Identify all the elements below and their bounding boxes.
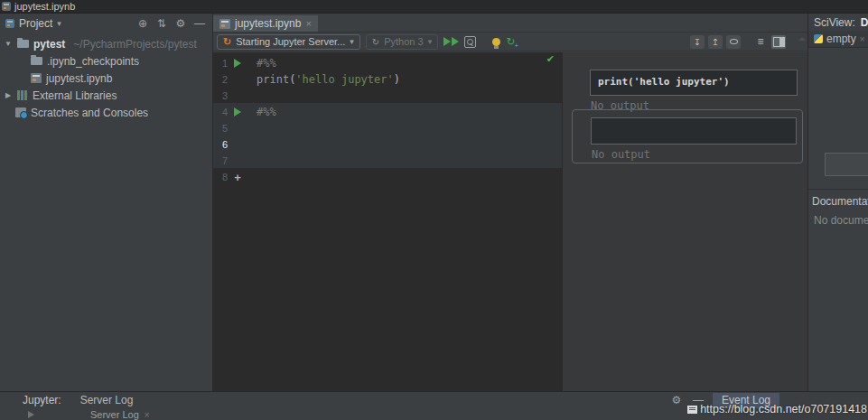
- managed-server-icon[interactable]: ↻: [506, 35, 515, 48]
- root-folder-path: ~/PycharmProjects/pytest: [73, 38, 196, 51]
- preview-cell2-selected[interactable]: No output: [572, 109, 803, 163]
- editor-tab-bar: jupytest.ipynb ×: [213, 14, 807, 33]
- documentation-empty-text: No documentation: [814, 214, 868, 227]
- notebook-preview-pane: print('hello jupyter') No output No outp…: [562, 52, 807, 391]
- show-editor-only-icon[interactable]: ≡: [753, 35, 768, 48]
- server-status-label: Starting Jupyter Server...: [236, 36, 345, 47]
- library-icon: [17, 90, 28, 100]
- close-icon[interactable]: ×: [860, 34, 865, 44]
- server-status-dropdown[interactable]: ↻ Starting Jupyter Server... ▾: [217, 34, 360, 50]
- code-line[interactable]: 3: [213, 88, 562, 104]
- jupyter-tool-label: Jupyter:: [23, 394, 61, 406]
- notebook-file-icon: [2, 2, 11, 11]
- watermark-icon: [687, 406, 697, 414]
- kernel-dropdown[interactable]: ↻ Python 3 ▾: [366, 34, 438, 50]
- collapsed-arrow-icon[interactable]: ▶: [4, 91, 13, 99]
- close-icon[interactable]: ×: [145, 410, 150, 420]
- project-tree: ▼ pytest ~/PycharmProjects/pytest .ipynb…: [0, 33, 212, 121]
- lightbulb-icon[interactable]: [492, 38, 500, 46]
- jupyter-header-tab[interactable]: Server Log: [80, 394, 134, 406]
- sciview-tab-bar: empty ×: [808, 31, 868, 48]
- line-number: 8: [213, 172, 228, 182]
- documentation-header: Documentation: [812, 195, 868, 208]
- code-line[interactable]: 7: [213, 153, 562, 169]
- hide-panel-icon[interactable]: —: [192, 17, 207, 30]
- tree-item-scratches[interactable]: Scratches and Consoles: [0, 104, 212, 121]
- code-line[interactable]: 4 #%%: [213, 104, 562, 120]
- python-icon: [814, 34, 823, 43]
- sciview-title: SciView:: [814, 16, 855, 29]
- run-cell-icon[interactable]: [234, 107, 241, 117]
- preview-cell2-code[interactable]: [591, 117, 797, 145]
- print-token: print: [257, 73, 289, 86]
- restart-kernel-icon[interactable]: [464, 36, 476, 48]
- line-number: 3: [213, 90, 228, 101]
- sciview-clipped-button[interactable]: [825, 153, 868, 176]
- line-number: 6: [213, 139, 228, 150]
- editor-area: jupytest.ipynb × ↻ Starting Jupyter Serv…: [213, 14, 807, 391]
- run-all-cells-icon[interactable]: [443, 37, 459, 46]
- string-token: 'hello jupyter': [295, 73, 393, 86]
- code-line[interactable]: 1 #%%: [213, 55, 562, 71]
- tree-item-label: .ipynb_checkpoints: [47, 55, 139, 68]
- tree-item-label: Scratches and Consoles: [31, 107, 148, 119]
- locate-file-icon[interactable]: ⊕: [135, 17, 150, 30]
- code-line[interactable]: 2 print('hello jupyter'): [213, 71, 562, 88]
- close-icon[interactable]: ×: [305, 18, 311, 29]
- add-cell-icon[interactable]: +: [234, 171, 241, 184]
- line-number: 4: [213, 107, 228, 117]
- line-number: 7: [213, 155, 228, 166]
- watermark: https://blog.csdn.net/o707191418: [687, 403, 867, 415]
- server-spinner-icon: ↻: [223, 36, 231, 48]
- gear-icon[interactable]: ⚙: [173, 17, 188, 30]
- root-folder-label: pytest: [33, 38, 65, 51]
- kernel-label: Python 3: [384, 36, 423, 47]
- tree-item-external-libraries[interactable]: ▶ External Libraries: [0, 87, 212, 104]
- project-panel: Project ▾ ⊕ ⇅ ⚙ — ▼ pytest ~/PycharmProj…: [0, 14, 213, 391]
- code-editor[interactable]: ✔ 1 #%% 2 print('hello jupyter') 3 4 #%%: [213, 52, 562, 391]
- notebook-file-icon: [31, 73, 42, 83]
- sciview-tab-empty[interactable]: empty: [826, 33, 856, 45]
- sciview-header-tab[interactable]: Data: [861, 16, 868, 29]
- gear-icon[interactable]: ⚙: [669, 394, 684, 406]
- preview-cell1-code[interactable]: print('hello jupyter'): [590, 70, 798, 96]
- folder-icon: [31, 57, 42, 65]
- interpreter-icon: ↻: [372, 37, 379, 47]
- collapse-all-icon[interactable]: ⇅: [154, 17, 169, 30]
- server-log-tab[interactable]: Server Log ×: [90, 409, 150, 420]
- run-cell-icon[interactable]: [234, 59, 241, 68]
- scratches-icon: [15, 107, 26, 117]
- tree-item-pytest-root[interactable]: ▼ pytest ~/PycharmProjects/pytest: [0, 35, 212, 52]
- project-icon: [5, 19, 14, 28]
- sciview-panel: SciView: Data empty × Documentation No d…: [807, 14, 868, 391]
- auto-preview-icon[interactable]: [726, 35, 741, 49]
- paren: ): [394, 73, 400, 86]
- folder-icon: [17, 40, 29, 48]
- scroll-to-end-icon[interactable]: ↧: [690, 35, 705, 49]
- tree-item-checkpoints[interactable]: .ipynb_checkpoints: [0, 52, 212, 70]
- line-number: 5: [213, 123, 228, 134]
- tree-item-notebook[interactable]: jupytest.ipynb: [0, 70, 212, 87]
- window-title: jupytest.ipynb: [14, 1, 75, 12]
- code-line-current[interactable]: 6: [213, 136, 562, 153]
- project-panel-title[interactable]: Project: [19, 17, 52, 30]
- server-log-tab-label: Server Log: [90, 409, 139, 420]
- chevron-down-icon: ▾: [428, 37, 433, 46]
- tab-label: jupytest.ipynb: [235, 17, 301, 30]
- window-titlebar: jupytest.ipynb: [0, 0, 868, 14]
- jupyter-toolbar: ↻ Starting Jupyter Server... ▾ ↻ Python …: [213, 33, 807, 51]
- tree-item-label: External Libraries: [33, 89, 117, 102]
- line-number: 1: [213, 58, 228, 69]
- tab-jupytest-ipynb[interactable]: jupytest.ipynb ×: [213, 15, 318, 32]
- show-editor-and-preview-icon[interactable]: [771, 35, 786, 49]
- chevron-down-icon: ▾: [350, 37, 354, 46]
- chevron-down-icon[interactable]: ▾: [57, 19, 61, 28]
- code-line[interactable]: 8+: [213, 169, 562, 185]
- cell-marker: #%%: [257, 57, 276, 70]
- preview-cell2-status: No output: [592, 148, 650, 161]
- code-line[interactable]: 5: [213, 120, 562, 136]
- expanded-arrow-icon[interactable]: ▼: [4, 40, 13, 48]
- tree-item-label: jupytest.ipynb: [46, 72, 112, 85]
- run-disabled-icon[interactable]: [28, 411, 34, 418]
- scroll-to-source-icon[interactable]: ↥: [708, 35, 723, 49]
